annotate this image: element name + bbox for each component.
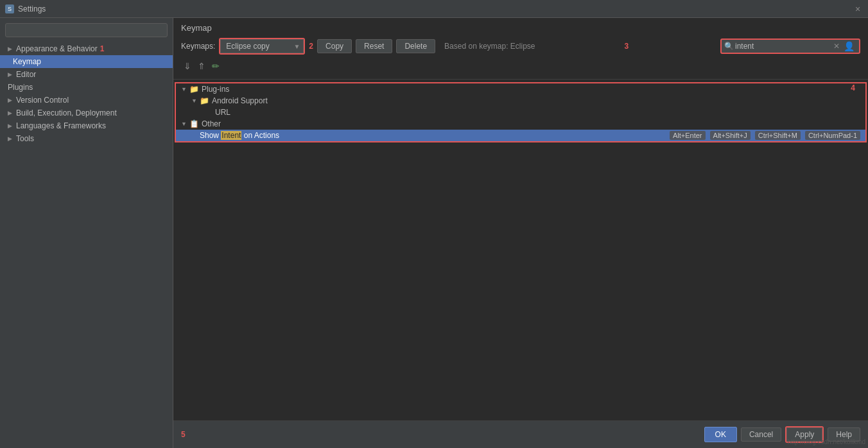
search-inner: 🔍 ✕ 👤 bbox=[722, 40, 859, 53]
keymap-dropdown-wrapper: Eclipse copy ▼ bbox=[219, 38, 305, 55]
sidebar-item-label-vc: Version Control bbox=[16, 96, 69, 105]
tree-item-url[interactable]: URL bbox=[176, 107, 865, 118]
app-icon: S bbox=[5, 4, 14, 13]
toolbar-row-2: ⇓ ⇑ ✏ bbox=[181, 57, 860, 74]
annotation-5: 5 bbox=[181, 430, 186, 439]
search-user-icon-button[interactable]: 👤 bbox=[842, 41, 856, 51]
keymap-label: Keymaps: bbox=[181, 42, 215, 51]
title-bar: S Settings × bbox=[0, 0, 868, 18]
tree-label-url: URL bbox=[215, 108, 860, 117]
sidebar-item-appearance[interactable]: ▶ Appearance & Behavior 1 bbox=[0, 42, 173, 55]
sidebar: ▶ Appearance & Behavior 1 Keymap ▶ Edito… bbox=[0, 18, 173, 448]
tree-item-other[interactable]: ▼ 📋 Other bbox=[176, 118, 865, 130]
sidebar-item-label-tools: Tools bbox=[16, 134, 34, 143]
cancel-button[interactable]: Cancel bbox=[741, 427, 781, 442]
highlight-intent: Intent bbox=[221, 131, 241, 140]
keymap-title: Keymap bbox=[181, 23, 860, 33]
sidebar-item-label-appearance: Appearance & Behavior bbox=[16, 44, 98, 53]
tree-item-plugins[interactable]: ▼ 📁 Plug-ins bbox=[176, 83, 865, 95]
tree-item-android[interactable]: ▼ 📁 Android Support bbox=[176, 95, 865, 107]
reset-button[interactable]: Reset bbox=[356, 39, 392, 53]
tree-label-other: Other bbox=[202, 119, 860, 128]
right-panel: Keymap Keymaps: Eclipse copy ▼ 2 Copy Re… bbox=[173, 18, 868, 448]
tree-arrow-plugins: ▼ bbox=[181, 86, 187, 92]
search-clear-button[interactable]: ✕ bbox=[831, 42, 842, 51]
toolbar-row-1: Keymaps: Eclipse copy ▼ 2 Copy Reset Del… bbox=[181, 38, 860, 55]
watermark: http://blog.csdn.net/kolikmd bbox=[788, 438, 865, 445]
main-container: ▶ Appearance & Behavior 1 Keymap ▶ Edito… bbox=[0, 18, 868, 448]
title-bar-left: S Settings bbox=[5, 4, 46, 13]
keymap-header: Keymap Keymaps: Eclipse copy ▼ 2 Copy Re… bbox=[173, 18, 868, 80]
sidebar-item-plugins[interactable]: Plugins bbox=[0, 81, 173, 94]
delete-button[interactable]: Delete bbox=[396, 39, 435, 53]
sidebar-item-editor[interactable]: ▶ Editor bbox=[0, 68, 173, 81]
sidebar-item-languages[interactable]: ▶ Languages & Frameworks bbox=[0, 119, 173, 132]
search-bar-right: 🔍 ✕ 👤 bbox=[720, 39, 860, 54]
sidebar-item-label-plugins: Plugins bbox=[8, 83, 33, 92]
based-on-text: Based on keymap: Eclipse bbox=[444, 42, 535, 51]
expand-arrow-editor: ▶ bbox=[8, 71, 12, 78]
sidebar-item-keymap[interactable]: Keymap bbox=[0, 55, 173, 68]
close-button[interactable]: × bbox=[853, 4, 863, 14]
filter-button[interactable]: ✏ bbox=[209, 60, 222, 73]
tree-arrow-other: ▼ bbox=[181, 121, 187, 127]
folder-icon-plugins: 📁 bbox=[189, 85, 199, 94]
search-input-right[interactable] bbox=[735, 42, 831, 51]
tree-label-android: Android Support bbox=[212, 96, 860, 105]
shortcut-alt-enter: Alt+Enter bbox=[670, 131, 706, 140]
expand-all-button[interactable]: ⇓ bbox=[181, 60, 194, 73]
tree-area: 4 ▼ 📁 Plug-ins ▼ 📁 Android Support bbox=[173, 80, 868, 420]
expand-arrow-tools: ▶ bbox=[8, 135, 12, 142]
keymap-dropdown[interactable]: Eclipse copy bbox=[220, 39, 304, 53]
sidebar-item-label-editor: Editor bbox=[16, 70, 36, 79]
annotation-2: 2 bbox=[309, 42, 313, 51]
sidebar-item-label-languages: Languages & Frameworks bbox=[16, 121, 106, 130]
tree-label-plugins: Plug-ins bbox=[202, 85, 860, 94]
collapse-all-button[interactable]: ⇑ bbox=[195, 60, 208, 73]
folder-icon-android: 📁 bbox=[200, 96, 209, 105]
sidebar-search-input[interactable] bbox=[5, 23, 168, 37]
bottom-bar: 5 OK Cancel Apply Help bbox=[173, 420, 868, 448]
selected-row-highlight: ▼ 📁 Plug-ins ▼ 📁 Android Support URL bbox=[175, 82, 867, 142]
sidebar-item-label-keymap: Keymap bbox=[13, 57, 41, 66]
tree-arrow-android: ▼ bbox=[191, 98, 198, 104]
folder-icon-other: 📋 bbox=[189, 119, 199, 128]
window-title: Settings bbox=[18, 4, 46, 13]
expand-arrow-vc: ▶ bbox=[8, 97, 12, 103]
sidebar-item-tools[interactable]: ▶ Tools bbox=[0, 132, 173, 145]
shortcut-alt-shift-j: Alt+Shift+J bbox=[710, 131, 751, 140]
expand-arrow-build: ▶ bbox=[8, 110, 12, 116]
ok-button[interactable]: OK bbox=[704, 427, 737, 442]
shortcut-ctrl-numpad: Ctrl+NumPad-1 bbox=[805, 131, 860, 140]
tree-label-show-intent: Show Intent on Actions bbox=[200, 131, 667, 140]
sidebar-item-version-control[interactable]: ▶ Version Control bbox=[0, 94, 173, 107]
shortcut-ctrl-shift-m: Ctrl+Shift+M bbox=[755, 131, 801, 140]
annotation-3: 3 bbox=[624, 42, 629, 51]
expand-arrow-appearance: ▶ bbox=[8, 46, 12, 52]
search-icon: 🔍 bbox=[724, 42, 734, 51]
annotation-4: 4 bbox=[851, 83, 855, 92]
annotation-1: 1 bbox=[100, 44, 105, 53]
sidebar-item-build[interactable]: ▶ Build, Execution, Deployment bbox=[0, 107, 173, 119]
shortcut-tags: Alt+Enter Alt+Shift+J Ctrl+Shift+M Ctrl+… bbox=[667, 131, 860, 140]
expand-arrow-languages: ▶ bbox=[8, 123, 12, 129]
sidebar-item-label-build: Build, Execution, Deployment bbox=[16, 108, 117, 117]
tree-item-show-intent[interactable]: Show Intent on Actions Alt+Enter Alt+Shi… bbox=[176, 130, 865, 141]
copy-button[interactable]: Copy bbox=[317, 39, 352, 53]
